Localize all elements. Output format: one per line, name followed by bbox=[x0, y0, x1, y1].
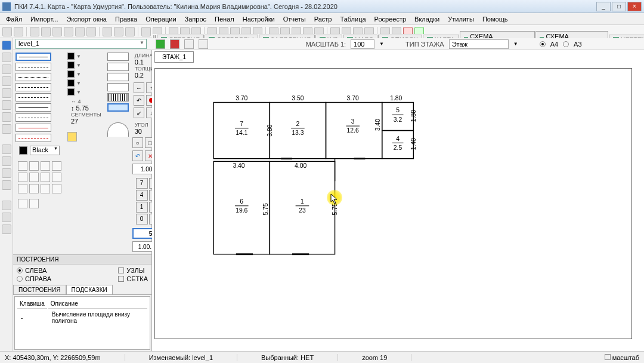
key-4[interactable]: 4 bbox=[136, 190, 148, 201]
tool-copy-icon[interactable] bbox=[114, 27, 123, 36]
menu-table[interactable]: Таблица bbox=[336, 14, 369, 24]
vt-c-icon[interactable] bbox=[2, 168, 11, 178]
ext-2-icon[interactable] bbox=[29, 199, 39, 208]
cb-a-icon[interactable] bbox=[184, 39, 194, 49]
menu-settings[interactable]: Настройки bbox=[239, 14, 278, 24]
vt-e-icon[interactable] bbox=[2, 201, 11, 210]
fill-hatch[interactable] bbox=[107, 93, 129, 101]
rotate-left-icon[interactable]: ↶ bbox=[134, 95, 144, 106]
menu-tabs[interactable]: Вкладки bbox=[411, 14, 443, 24]
fill-sw-4[interactable] bbox=[67, 79, 75, 87]
tool-save-icon[interactable] bbox=[52, 27, 62, 36]
menu-help[interactable]: Помощь bbox=[479, 14, 512, 24]
radio-a3[interactable] bbox=[563, 41, 569, 47]
line-color-swatch[interactable] bbox=[19, 146, 27, 155]
arrow-dl-icon[interactable]: ↙ bbox=[134, 107, 144, 118]
fill-solid[interactable] bbox=[107, 63, 129, 71]
cb-b-icon[interactable] bbox=[199, 39, 208, 49]
vt-poly-icon[interactable] bbox=[2, 76, 11, 86]
snap-10-icon[interactable] bbox=[29, 184, 39, 193]
level-select[interactable]: level_1 bbox=[16, 39, 147, 49]
scale-check[interactable] bbox=[605, 354, 611, 360]
snap-5-icon[interactable] bbox=[18, 173, 27, 182]
snap-11-icon[interactable] bbox=[41, 184, 50, 193]
menu-operations[interactable]: Операции bbox=[142, 14, 179, 24]
line-style-dashdotdot[interactable] bbox=[16, 93, 51, 101]
menu-export[interactable]: Экспорт окна bbox=[63, 14, 110, 24]
cb-back-icon[interactable] bbox=[156, 39, 165, 49]
vt-line-icon[interactable] bbox=[2, 64, 11, 74]
menu-edit[interactable]: Правка bbox=[112, 14, 141, 24]
menu-raster[interactable]: Растр bbox=[311, 14, 336, 24]
tool-print-icon[interactable] bbox=[64, 27, 73, 36]
vt-arc-icon[interactable] bbox=[2, 112, 11, 122]
snap-4-icon[interactable] bbox=[52, 161, 61, 171]
snap-12-icon[interactable] bbox=[52, 184, 61, 193]
radio-left[interactable] bbox=[17, 267, 23, 273]
tool-paste-icon[interactable] bbox=[125, 27, 135, 36]
arrow-left-icon[interactable]: ← bbox=[134, 82, 144, 93]
floor-type-input[interactable] bbox=[449, 39, 509, 49]
vt-rect-icon[interactable] bbox=[2, 88, 11, 98]
tool-cut-icon[interactable] bbox=[103, 27, 112, 36]
circle-tool-icon[interactable]: ○ bbox=[132, 137, 143, 148]
key-7[interactable]: 7 bbox=[136, 178, 148, 189]
line-style-solid[interactable] bbox=[16, 53, 51, 61]
vt-a-icon[interactable] bbox=[2, 144, 11, 154]
drawing-canvas[interactable]: 3.70 3.50 3.70 1.80 3.80 3.40 1.80 1.40 … bbox=[154, 68, 632, 339]
tool-new-icon[interactable] bbox=[30, 27, 39, 36]
scale-input[interactable] bbox=[351, 39, 374, 49]
fill-sw-1[interactable] bbox=[67, 53, 75, 60]
tab2-hints[interactable]: ПОДСКАЗКИ bbox=[66, 285, 113, 294]
menu-import[interactable]: Импорт... bbox=[27, 14, 61, 24]
maximize-button[interactable]: □ bbox=[612, 2, 626, 11]
line-style-dashdot[interactable] bbox=[16, 83, 51, 91]
line-color-select[interactable]: Black bbox=[30, 146, 60, 155]
line-style-dashed[interactable] bbox=[16, 63, 51, 71]
vt-point-icon[interactable] bbox=[2, 53, 11, 62]
menu-reports[interactable]: Отчеты bbox=[280, 14, 309, 24]
snap-2-icon[interactable] bbox=[29, 161, 39, 171]
fill-outline[interactable] bbox=[107, 73, 129, 81]
vt-circle-icon[interactable] bbox=[2, 100, 11, 110]
vt-text-icon[interactable] bbox=[2, 124, 11, 134]
radio-a4[interactable] bbox=[540, 41, 546, 47]
line-style-thick[interactable] bbox=[16, 103, 51, 112]
snap-1-icon[interactable] bbox=[18, 161, 27, 171]
line-style-dash2[interactable] bbox=[16, 113, 51, 122]
line-style-red-dash[interactable] bbox=[16, 134, 51, 142]
snap-3-icon[interactable] bbox=[41, 161, 50, 171]
close-button[interactable]: × bbox=[627, 2, 642, 11]
tool-export-icon[interactable] bbox=[86, 27, 96, 36]
check-grid[interactable] bbox=[118, 276, 124, 282]
vt-b-icon[interactable] bbox=[2, 156, 11, 166]
fill-sw-5[interactable] bbox=[67, 88, 75, 96]
tool-doc-icon[interactable] bbox=[75, 27, 85, 36]
key-1[interactable]: 1 bbox=[136, 202, 148, 213]
snap-7-icon[interactable] bbox=[41, 173, 50, 182]
line-style-red[interactable] bbox=[16, 124, 51, 132]
fill-sw-2[interactable] bbox=[67, 61, 75, 69]
ext-1-icon[interactable] bbox=[18, 199, 27, 208]
fill-sw-3[interactable] bbox=[67, 70, 75, 78]
menu-file[interactable]: Файл bbox=[2, 14, 26, 24]
cb-fwd-icon[interactable] bbox=[170, 39, 179, 49]
apply-icon[interactable] bbox=[67, 132, 77, 141]
snap-6-icon[interactable] bbox=[29, 173, 39, 182]
tool-forward-icon[interactable] bbox=[14, 27, 23, 36]
tool-undo-icon[interactable] bbox=[141, 27, 151, 36]
snap-8-icon[interactable] bbox=[52, 173, 61, 182]
menu-penal[interactable]: Пенал bbox=[211, 14, 238, 24]
key-0[interactable]: 0 bbox=[136, 214, 148, 224]
vt-select-icon[interactable] bbox=[2, 41, 11, 50]
fill-selected[interactable] bbox=[107, 103, 129, 112]
fill-none[interactable] bbox=[107, 53, 129, 61]
floor-tab[interactable]: ЭТАЖ_1 bbox=[154, 51, 194, 63]
check-nodes[interactable] bbox=[118, 267, 124, 273]
fill-outline2[interactable] bbox=[107, 83, 129, 91]
radio-right[interactable] bbox=[17, 276, 23, 282]
line-style-dotted[interactable] bbox=[16, 73, 51, 81]
snap-9-icon[interactable] bbox=[18, 184, 27, 193]
vt-f-icon[interactable] bbox=[2, 213, 11, 222]
tool-back-icon[interactable] bbox=[2, 27, 12, 36]
